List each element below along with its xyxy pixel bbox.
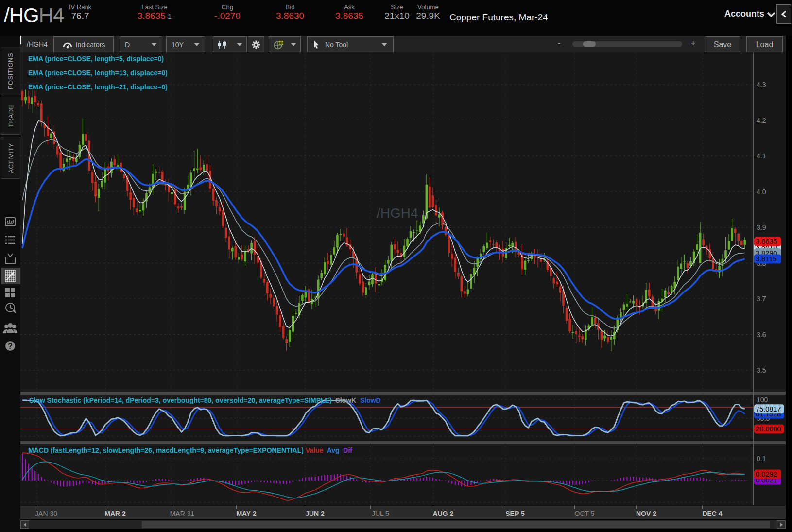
- svg-text:/HGH4: /HGH4: [377, 206, 418, 221]
- svg-text:20.0000: 20.0000: [756, 425, 781, 433]
- svg-text:4.1: 4.1: [757, 152, 766, 160]
- svg-text:4.2: 4.2: [757, 117, 766, 124]
- svg-text:75.0817: 75.0817: [756, 405, 781, 413]
- svg-text:0.1: 0.1: [757, 455, 766, 463]
- svg-text:3.6: 3.6: [757, 331, 766, 339]
- svg-text:3.8115: 3.8115: [756, 255, 776, 263]
- svg-text:3.9: 3.9: [757, 223, 766, 231]
- svg-text:?: ?: [8, 342, 13, 350]
- svg-text:100: 100: [757, 396, 768, 404]
- svg-text:3.7: 3.7: [757, 295, 766, 303]
- svg-text:0.0292: 0.0292: [756, 470, 777, 478]
- svg-text:3.8635: 3.8635: [756, 238, 777, 245]
- svg-text:4.3: 4.3: [757, 81, 766, 88]
- svg-text:4.0: 4.0: [757, 188, 766, 196]
- svg-text:3.5: 3.5: [757, 366, 766, 374]
